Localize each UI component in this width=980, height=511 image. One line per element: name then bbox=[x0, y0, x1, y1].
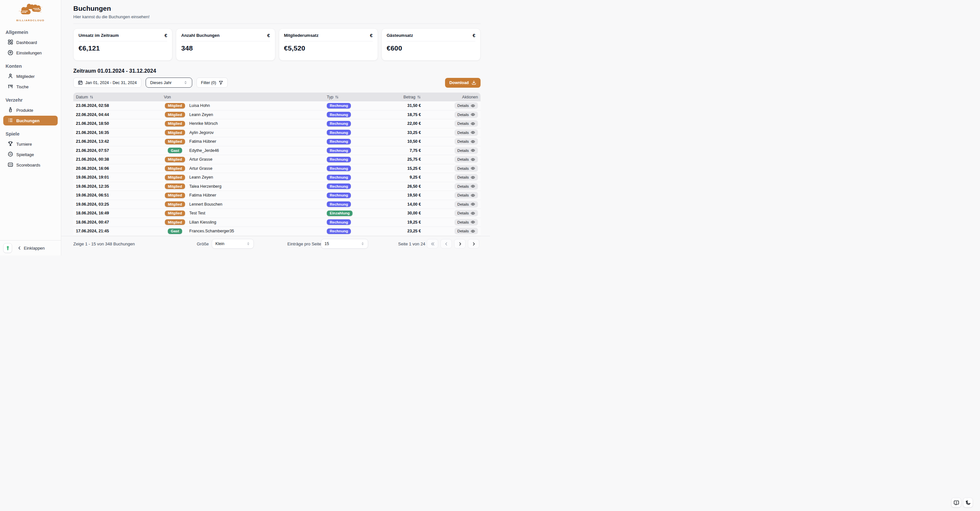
member-type-badge: Mitglied bbox=[165, 121, 185, 126]
table-row: 21.06.2024, 13:42 Mitglied Fatima Hübner… bbox=[73, 137, 480, 146]
euro-icon: € bbox=[267, 33, 270, 38]
collapse-sidebar-button[interactable]: Einklappen bbox=[17, 246, 45, 251]
cell-betrag: 33,25 € bbox=[386, 131, 423, 135]
cell-typ: Rechnung bbox=[324, 112, 386, 117]
per-page-select[interactable]: 15 bbox=[321, 239, 368, 249]
details-button[interactable]: Details bbox=[455, 174, 478, 181]
cell-von: Mitglied Luisa Hohn bbox=[161, 103, 324, 108]
cell-aktionen: Details bbox=[423, 147, 480, 154]
details-button[interactable]: Details bbox=[455, 201, 478, 208]
cell-typ: Rechnung bbox=[324, 228, 386, 234]
table-row: 18.06.2024, 00:47 Mitglied Lilian Kiessl… bbox=[73, 218, 480, 227]
details-button[interactable]: Details bbox=[455, 228, 478, 234]
booking-from-name: Edythe_Jerde46 bbox=[189, 148, 219, 153]
cell-datum: 21.06.2024, 18:50 bbox=[73, 121, 161, 126]
filter-button[interactable]: Filter (0) bbox=[196, 78, 228, 88]
sidebar-item-tische[interactable]: Tische bbox=[3, 82, 58, 92]
cell-typ: Rechnung bbox=[324, 175, 386, 180]
brand-name: BILLIARDCLOUD bbox=[16, 19, 45, 22]
previous-page-button[interactable] bbox=[441, 239, 452, 249]
sidebar-item-spieltage[interactable]: Spieltage bbox=[3, 150, 58, 159]
column-header-typ[interactable]: Typ bbox=[324, 95, 386, 99]
details-button[interactable]: Details bbox=[455, 129, 478, 136]
cell-typ: Rechnung bbox=[324, 183, 386, 189]
sidebar-item-produkte[interactable]: Produkte bbox=[3, 105, 58, 115]
details-button[interactable]: Details bbox=[455, 120, 478, 127]
details-label: Details bbox=[457, 121, 469, 126]
cell-betrag: 9,25 € bbox=[386, 175, 423, 180]
eye-icon bbox=[471, 131, 475, 135]
sidebar-nav: Allgemein Dashboard Einstellungen Konten… bbox=[0, 22, 61, 240]
details-label: Details bbox=[457, 185, 469, 188]
stat-value: €600 bbox=[387, 44, 475, 52]
sort-icon bbox=[90, 95, 94, 99]
sidebar-item-turniere[interactable]: Turniere bbox=[3, 139, 58, 149]
booking-from-name: Artur Grasse bbox=[189, 166, 212, 171]
euro-icon: € bbox=[164, 33, 167, 38]
cell-aktionen: Details bbox=[423, 120, 480, 127]
sidebar-item-scoreboards[interactable]: Scoreboards bbox=[3, 160, 58, 170]
member-type-badge: Mitglied bbox=[165, 157, 185, 162]
chevrons-left-icon bbox=[430, 242, 435, 246]
cell-betrag: 25,75 € bbox=[386, 157, 423, 162]
sidebar-item-dashboard[interactable]: Dashboard bbox=[3, 37, 58, 47]
funnel-icon bbox=[219, 81, 223, 85]
booking-type-badge: Rechnung bbox=[327, 121, 351, 126]
last-page-button[interactable] bbox=[468, 239, 479, 249]
details-label: Details bbox=[457, 193, 469, 197]
details-label: Details bbox=[457, 202, 469, 206]
chevron-left-icon bbox=[17, 246, 22, 250]
member-type-badge: Mitglied bbox=[165, 210, 185, 216]
collapse-label: Einklappen bbox=[24, 246, 45, 251]
page-subtitle: Hier kannst du die Buchungen einsehen! bbox=[73, 14, 480, 19]
cell-von: Mitglied Lilian Kiessling bbox=[161, 219, 324, 225]
booking-from-name: Luisa Hohn bbox=[189, 103, 210, 108]
cell-datum: 21.06.2024, 13:42 bbox=[73, 139, 161, 144]
details-button[interactable]: Details bbox=[455, 192, 478, 199]
next-page-button[interactable] bbox=[454, 239, 466, 249]
cell-aktionen: Details bbox=[423, 192, 480, 199]
details-button[interactable]: Details bbox=[455, 102, 478, 109]
cell-von: Mitglied Fatima Hübner bbox=[161, 139, 324, 144]
sidebar-item-mitglieder[interactable]: Mitglieder bbox=[3, 72, 58, 81]
details-button[interactable]: Details bbox=[455, 165, 478, 172]
details-label: Details bbox=[457, 113, 469, 117]
sidebar-item-buchungen[interactable]: Buchungen bbox=[3, 116, 58, 126]
eye-icon bbox=[471, 166, 475, 170]
pin-button[interactable] bbox=[3, 243, 12, 253]
details-button[interactable]: Details bbox=[455, 183, 478, 189]
cell-datum: 21.06.2024, 00:38 bbox=[73, 157, 161, 162]
stat-card-mitgliederumsatz: Mitgliederumsatz€ €5,520 bbox=[279, 29, 378, 60]
size-select[interactable]: Klein bbox=[212, 239, 254, 249]
section-spiele: Spiele bbox=[0, 131, 61, 137]
list-icon bbox=[8, 118, 13, 124]
column-header-betrag[interactable]: Betrag bbox=[386, 95, 423, 99]
eye-icon bbox=[471, 140, 475, 144]
details-button[interactable]: Details bbox=[455, 219, 478, 226]
cell-von: Mitglied Artur Grasse bbox=[161, 166, 324, 171]
period-preset-select[interactable]: Dieses Jahr bbox=[146, 78, 192, 88]
first-page-button[interactable] bbox=[427, 239, 438, 249]
cell-datum: 19.06.2024, 03:25 bbox=[73, 202, 161, 207]
download-button[interactable]: Download bbox=[445, 78, 480, 88]
booking-from-name: Frances.Schamberger35 bbox=[189, 229, 234, 233]
preset-value: Dieses Jahr bbox=[150, 81, 172, 85]
member-type-badge: Mitglied bbox=[165, 112, 185, 117]
sidebar-item-label: Turniere bbox=[16, 142, 32, 146]
cell-betrag: 18,75 € bbox=[386, 112, 423, 117]
details-button[interactable]: Details bbox=[455, 210, 478, 216]
details-button[interactable]: Details bbox=[455, 111, 478, 118]
date-range-picker[interactable]: Jan 01, 2024 - Dec 31, 2024 bbox=[73, 78, 142, 88]
column-header-datum[interactable]: Datum bbox=[73, 95, 161, 99]
details-button[interactable]: Details bbox=[455, 156, 478, 162]
table-row: 21.06.2024, 18:50 Mitglied Henrike Mörsc… bbox=[73, 119, 480, 128]
details-button[interactable]: Details bbox=[455, 147, 478, 154]
cell-betrag: 10,50 € bbox=[386, 139, 423, 144]
sidebar-item-einstellungen[interactable]: Einstellungen bbox=[3, 48, 58, 58]
booking-from-name: Test Test bbox=[189, 211, 205, 215]
results-summary: Zeige 1 - 15 von 348 Buchungen bbox=[73, 242, 135, 247]
table-row: 19.06.2024, 03:25 Mitglied Lennert Bousc… bbox=[73, 200, 480, 209]
details-button[interactable]: Details bbox=[455, 138, 478, 145]
eye-icon bbox=[471, 158, 475, 162]
details-label: Details bbox=[457, 229, 469, 233]
